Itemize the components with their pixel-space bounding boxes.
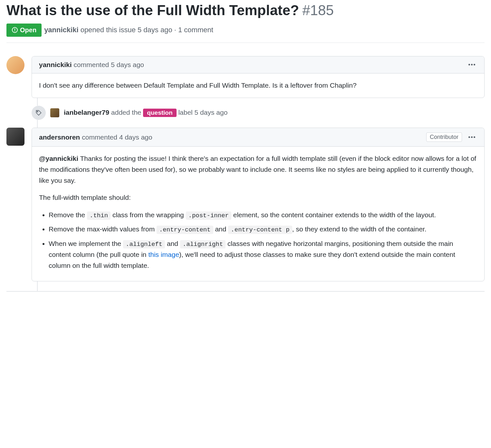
issue-author-link[interactable]: yannickiki bbox=[44, 26, 78, 34]
comment-body: @yannickiki Thanks for posting the issue… bbox=[32, 147, 484, 281]
event-actor-avatar[interactable] bbox=[50, 108, 59, 117]
comment-box: yannickiki commented 5 days ago I don't … bbox=[32, 56, 485, 98]
issue-meta-text: yannickiki opened this issue 5 days ago … bbox=[44, 26, 213, 34]
inline-link[interactable]: this image bbox=[148, 251, 179, 258]
comment-header: yannickiki commented 5 days ago bbox=[32, 56, 484, 73]
comment-action: commented bbox=[82, 133, 117, 141]
issue-opened-time: 5 days ago bbox=[138, 26, 172, 34]
timeline-end-divider bbox=[6, 291, 485, 292]
comment-box: andersnoren commented 4 days ago Contrib… bbox=[32, 128, 485, 281]
timeline-connector bbox=[37, 281, 38, 291]
code-inline: .entry-content p bbox=[228, 226, 292, 234]
comment-item: andersnoren commented 4 days ago Contrib… bbox=[6, 128, 485, 281]
bullet-list: Remove the .thin class from the wrapping… bbox=[39, 209, 477, 271]
code-inline: .alignright bbox=[180, 240, 226, 248]
event-actor-link[interactable]: ianbelanger79 bbox=[64, 109, 109, 116]
avatar[interactable] bbox=[6, 56, 24, 74]
comment-author-link[interactable]: yannickiki bbox=[39, 61, 72, 69]
comment-actions-menu[interactable] bbox=[467, 134, 477, 140]
list-item: When we implement the .alignleft and .al… bbox=[49, 238, 477, 271]
issue-title: What is the use of the Full Width Templa… bbox=[6, 2, 299, 19]
list-item: Remove the max-width values from .entry-… bbox=[49, 224, 477, 235]
code-inline: .entry-content bbox=[157, 226, 213, 234]
code-inline: .thin bbox=[87, 211, 111, 220]
comment-header: andersnoren commented 4 days ago Contrib… bbox=[32, 128, 484, 147]
tag-icon bbox=[32, 106, 46, 120]
list-item: Remove the .thin class from the wrapping… bbox=[49, 209, 477, 220]
timeline-event: ianbelanger79 added the question label 5… bbox=[6, 106, 485, 120]
svg-point-2 bbox=[14, 31, 15, 32]
comment-author-link[interactable]: andersnoren bbox=[39, 133, 80, 141]
svg-point-3 bbox=[37, 111, 38, 112]
comment-actions-menu[interactable] bbox=[467, 62, 477, 67]
header-divider bbox=[6, 43, 485, 43]
comment-time-link[interactable]: 5 days ago bbox=[111, 61, 144, 69]
event-time-link[interactable]: 5 days ago bbox=[195, 109, 228, 116]
issue-state-badge: Open bbox=[6, 24, 42, 37]
label-tag[interactable]: question bbox=[143, 109, 176, 117]
code-inline: .post-inner bbox=[186, 211, 231, 220]
comment-action: commented bbox=[74, 61, 109, 69]
issue-open-icon bbox=[12, 27, 18, 33]
user-mention[interactable]: @yannickiki bbox=[39, 155, 78, 162]
issue-number: #185 bbox=[302, 2, 334, 18]
issue-header: What is the use of the Full Width Templa… bbox=[6, 2, 485, 50]
timeline: yannickiki commented 5 days ago I don't … bbox=[6, 50, 485, 292]
comment-time-link[interactable]: 4 days ago bbox=[119, 133, 152, 141]
code-inline: .alignleft bbox=[123, 240, 165, 248]
comment-item: yannickiki commented 5 days ago I don't … bbox=[6, 56, 485, 98]
issue-comment-count: 1 comment bbox=[178, 26, 213, 34]
author-role-badge: Contributor bbox=[426, 132, 462, 142]
avatar[interactable] bbox=[6, 128, 24, 146]
comment-body: I don't see any difference between Defau… bbox=[32, 73, 484, 98]
issue-state-text: Open bbox=[20, 26, 36, 34]
